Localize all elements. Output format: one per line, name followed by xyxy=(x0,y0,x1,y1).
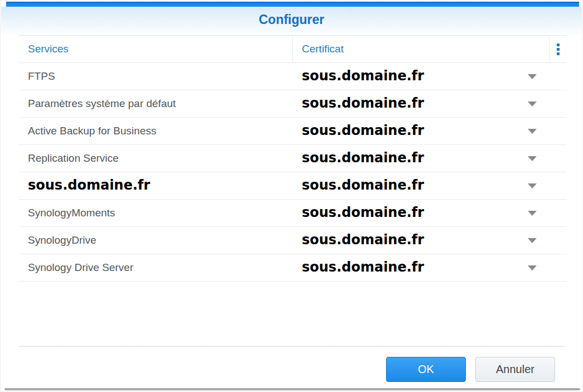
dialog-bottom-edge xyxy=(4,388,580,390)
certificate-dropdown[interactable]: sous.domaine.fr xyxy=(292,200,567,226)
chevron-down-icon[interactable] xyxy=(528,156,537,161)
certificate-dropdown[interactable]: sous.domaine.fr xyxy=(292,172,567,199)
chevron-down-icon[interactable] xyxy=(528,238,537,243)
table-row: Replication Service sous.domaine.fr xyxy=(19,145,567,172)
dialog-title: Configurer xyxy=(1,7,582,32)
chevron-down-icon[interactable] xyxy=(528,129,537,134)
service-label: Paramètres système par défaut xyxy=(19,90,292,117)
service-label: Synology Drive Server xyxy=(19,254,292,281)
table-row: SynologyMoments sous.domaine.fr xyxy=(19,200,567,227)
certificate-dropdown[interactable]: sous.domaine.fr xyxy=(292,90,567,117)
certificate-value: sous.domaine.fr xyxy=(302,68,424,84)
service-label: Active Backup for Business xyxy=(19,118,292,144)
footer-divider xyxy=(19,346,565,347)
table-row: SynologyDrive sous.domaine.fr xyxy=(19,227,567,254)
ok-button[interactable]: OK xyxy=(386,357,466,382)
certificate-value: sous.domaine.fr xyxy=(302,205,424,220)
dialog-header: Configurer xyxy=(1,7,582,35)
service-label: Replication Service xyxy=(19,145,292,172)
service-label: SynologyDrive xyxy=(19,227,292,254)
dialog-accent-bar xyxy=(6,2,579,7)
service-label: FTPS xyxy=(19,63,292,90)
certificate-value: sous.domaine.fr xyxy=(302,95,424,111)
certificate-dropdown[interactable]: sous.domaine.fr xyxy=(292,227,567,254)
table-row: FTPS sous.domaine.fr xyxy=(19,63,567,90)
chevron-down-icon[interactable] xyxy=(528,211,537,216)
chevron-down-icon[interactable] xyxy=(528,265,537,270)
cancel-button[interactable]: Annuler xyxy=(475,357,555,382)
certificate-value: sous.domaine.fr xyxy=(302,123,424,138)
column-header-certificat[interactable]: Certificat xyxy=(292,36,549,62)
chevron-down-icon[interactable] xyxy=(528,101,537,107)
table-row: Active Backup for Business sous.domaine.… xyxy=(19,118,567,145)
table-row: Paramètres système par défaut sous.domai… xyxy=(19,90,567,118)
services-certificate-table: Services Certificat FTPS sous.domaine.fr… xyxy=(19,35,567,282)
configure-dialog: Configurer Services Certificat FTPS sous… xyxy=(0,0,583,392)
certificate-dropdown[interactable]: sous.domaine.fr xyxy=(292,145,567,172)
certificate-dropdown[interactable]: sous.domaine.fr xyxy=(292,254,567,281)
table-header-row: Services Certificat xyxy=(19,35,567,63)
kebab-menu-icon xyxy=(557,43,560,55)
service-label: sous.domaine.fr xyxy=(19,172,292,199)
column-options-button[interactable] xyxy=(549,36,567,62)
table-row: sous.domaine.fr sous.domaine.fr xyxy=(19,172,567,200)
table-row: Synology Drive Server sous.domaine.fr xyxy=(19,254,567,282)
certificate-dropdown[interactable]: sous.domaine.fr xyxy=(292,118,567,144)
service-label: SynologyMoments xyxy=(19,200,292,226)
certificate-dropdown[interactable]: sous.domaine.fr xyxy=(292,63,567,90)
column-header-services[interactable]: Services xyxy=(19,36,292,62)
certificate-value: sous.domaine.fr xyxy=(302,232,424,248)
certificate-value: sous.domaine.fr xyxy=(302,177,424,193)
chevron-down-icon[interactable] xyxy=(528,183,537,188)
chevron-down-icon[interactable] xyxy=(528,74,537,79)
certificate-value: sous.domaine.fr xyxy=(302,259,424,275)
certificate-value: sous.domaine.fr xyxy=(302,150,424,166)
